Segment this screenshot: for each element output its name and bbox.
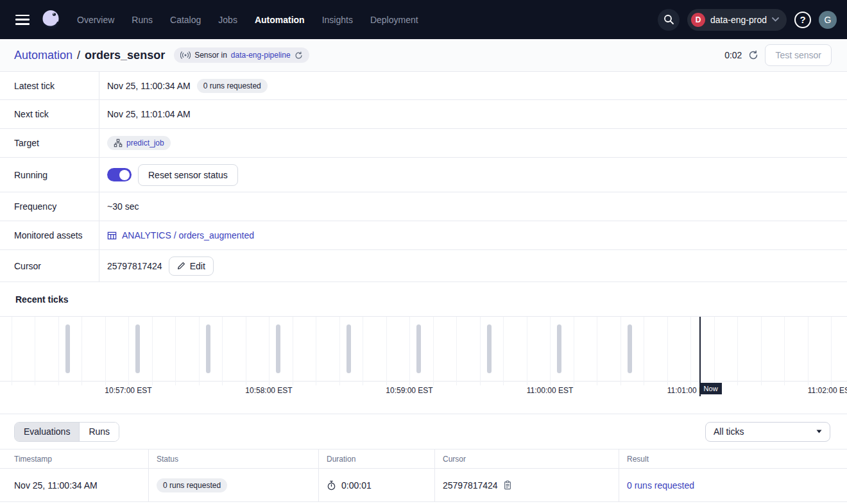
chart-gridline	[550, 317, 551, 385]
recent-ticks-chart: 10:57:00 EST10:58:00 EST10:59:00 EST11:0…	[0, 316, 847, 414]
nav-item-deployment[interactable]: Deployment	[370, 15, 418, 25]
running-toggle[interactable]	[107, 168, 132, 181]
row-duration: 0:00:01	[341, 480, 372, 491]
breadcrumb-automation-link[interactable]: Automation	[14, 49, 73, 62]
sensor-tick-bar[interactable]	[206, 324, 210, 373]
nav-item-runs[interactable]: Runs	[132, 15, 153, 25]
row-result-link[interactable]: 0 runs requested	[627, 480, 694, 491]
chart-gridline	[480, 317, 481, 385]
target-job-link[interactable]: predict_job	[126, 139, 164, 147]
monitored-assets-row: Monitored assets ANALYTICS / orders_augm…	[0, 221, 847, 250]
monitored-assets-label: Monitored assets	[0, 221, 99, 249]
sensor-tick-bar[interactable]	[628, 324, 632, 373]
tick-filter-value: All ticks	[714, 426, 744, 437]
tick-filter-select[interactable]: All ticks	[705, 422, 830, 442]
menu-icon[interactable]	[15, 15, 30, 25]
dagster-logo-icon[interactable]	[38, 8, 63, 32]
nav-item-automation[interactable]: Automation	[255, 15, 305, 25]
chart-gridline	[409, 317, 410, 385]
reset-sensor-status-button[interactable]: Reset sensor status	[138, 164, 238, 186]
chart-gridline	[199, 317, 200, 385]
ticks-toolbar: Evaluations Runs All ticks	[0, 414, 847, 449]
chart-gridline	[808, 317, 809, 385]
next-tick-row: Next tick Nov 25, 11:01:04 AM	[0, 100, 847, 129]
row-timestamp: Nov 25, 11:00:34 AM	[14, 480, 98, 491]
sensor-tick-bar[interactable]	[557, 324, 561, 373]
refresh-button[interactable]	[748, 50, 758, 60]
chart-gridline	[667, 317, 668, 385]
select-caret-icon	[816, 430, 822, 433]
latest-tick-label: Latest tick	[0, 72, 99, 99]
user-avatar[interactable]: G	[819, 11, 837, 29]
edit-cursor-button[interactable]: Edit	[169, 256, 214, 276]
nav-item-jobs[interactable]: Jobs	[218, 15, 237, 25]
chart-gridline	[597, 317, 597, 385]
frequency-value: ~30 sec	[107, 201, 139, 212]
column-header-cursor: Cursor	[435, 449, 619, 468]
stopwatch-icon	[327, 480, 336, 491]
chart-gridline	[433, 317, 434, 385]
test-sensor-button[interactable]: Test sensor	[765, 44, 832, 66]
cursor-row: Cursor 25797817424 Edit	[0, 250, 847, 282]
chart-gridline	[293, 317, 293, 385]
axis-tick-label: 10:57:00 EST	[105, 386, 151, 395]
nav-item-catalog[interactable]: Catalog	[170, 15, 201, 25]
monitored-asset-link[interactable]: ANALYTICS / orders_augmented	[107, 230, 254, 240]
chart-gridline	[503, 317, 504, 385]
axis-tick-label: 10:58:00 EST	[245, 386, 292, 395]
table-header-row: Timestamp Status Duration Cursor Result	[0, 449, 847, 469]
monitored-asset-name: ANALYTICS / orders_augmented	[122, 230, 254, 240]
sensor-tick-bar[interactable]	[346, 324, 351, 373]
nav-item-insights[interactable]: Insights	[322, 15, 353, 25]
chart-gridline	[128, 317, 129, 385]
cursor-label: Cursor	[0, 250, 99, 281]
chart-gridline	[175, 317, 176, 385]
sensor-details: Latest tick Nov 25, 11:00:34 AM 0 runs r…	[0, 72, 847, 282]
sensor-tick-bar[interactable]	[416, 324, 421, 373]
target-job-chip[interactable]: predict_job	[107, 136, 171, 150]
sensor-type-badge: Sensor in data-eng-pipeline	[174, 47, 309, 63]
sensor-tick-bar[interactable]	[487, 324, 492, 373]
chart-gridline	[363, 317, 363, 385]
sensor-broadcast-icon	[180, 51, 191, 59]
chart-gridline	[386, 317, 387, 385]
asset-table-icon	[107, 231, 117, 240]
chart-gridline	[269, 317, 270, 385]
chart-gridline	[222, 317, 223, 385]
chart-baseline	[0, 381, 847, 382]
chart-gridline	[316, 317, 316, 385]
sensor-tick-bar[interactable]	[276, 324, 280, 373]
search-icon	[663, 14, 674, 25]
column-header-timestamp: Timestamp	[0, 449, 149, 468]
copy-cursor-icon[interactable]	[503, 480, 512, 490]
nav-item-overview[interactable]: Overview	[77, 15, 114, 25]
chart-gridline	[690, 317, 691, 385]
chart-gridline	[339, 317, 340, 385]
chart-gridline	[761, 317, 762, 385]
tab-evaluations[interactable]: Evaluations	[15, 423, 79, 441]
running-label: Running	[0, 158, 99, 192]
latest-tick-row: Latest tick Nov 25, 11:00:34 AM 0 runs r…	[0, 72, 847, 100]
chart-gridline	[737, 317, 738, 385]
axis-tick-label: 11:00:00 EST	[527, 386, 574, 395]
deployment-selector[interactable]: D data-eng-prod	[687, 9, 787, 31]
sensor-tick-bar[interactable]	[65, 324, 70, 373]
sensor-tick-bar[interactable]	[135, 324, 140, 373]
chart-gridline	[12, 317, 12, 385]
chart-gridline	[246, 317, 246, 385]
code-location-link[interactable]: data-eng-pipeline	[231, 51, 291, 60]
sensor-type-label: Sensor in	[194, 51, 227, 60]
next-tick-label: Next tick	[0, 100, 99, 128]
deployment-name: data-eng-prod	[710, 15, 767, 25]
chevron-down-icon	[772, 17, 779, 22]
tab-runs[interactable]: Runs	[79, 423, 119, 441]
target-row: Target predict_job	[0, 129, 847, 158]
help-icon[interactable]: ?	[794, 12, 811, 28]
search-button[interactable]	[658, 9, 680, 31]
column-header-status: Status	[149, 449, 319, 468]
chart-gridline	[456, 317, 457, 385]
pencil-icon	[177, 262, 185, 270]
chart-gridline	[527, 317, 527, 385]
chart-gridline	[58, 317, 59, 385]
reload-location-icon[interactable]	[295, 51, 303, 60]
